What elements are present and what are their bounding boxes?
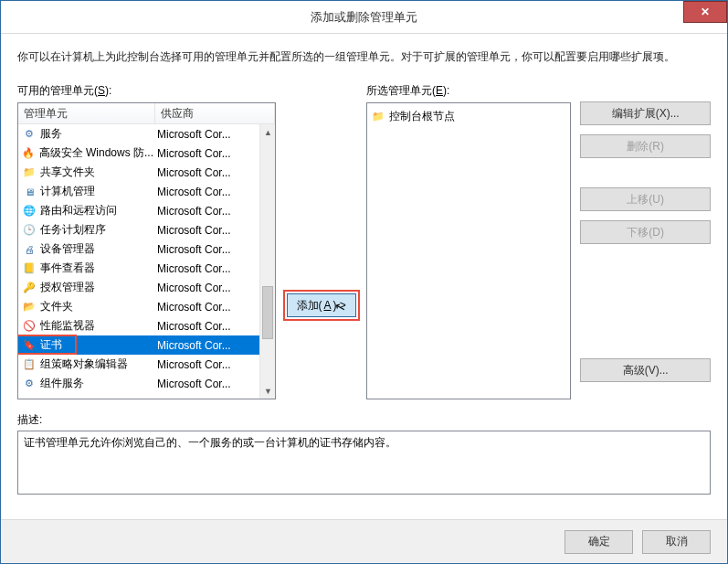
tree-root[interactable]: 📁 控制台根节点 (371, 107, 566, 125)
snapin-name: 文件夹 (40, 299, 73, 314)
selected-label: 所选管理单元(E): (366, 83, 571, 99)
list-item[interactable]: 🖨设备管理器Microsoft Cor... (18, 239, 259, 259)
snapin-icon: 🖨 (22, 242, 37, 257)
snapin-icon: 🚫 (22, 319, 37, 334)
scroll-down-icon[interactable]: ▼ (260, 383, 275, 399)
list-item[interactable]: 📋组策略对象编辑器Microsoft Cor... (18, 355, 259, 374)
snapin-vendor: Microsoft Cor... (153, 166, 259, 179)
snapin-icon: ⚙ (22, 127, 37, 142)
dialog-footer: 确定 取消 (1, 519, 727, 563)
edit-extensions-button[interactable]: 编辑扩展(X)... (580, 101, 711, 125)
snapin-vendor: Microsoft Cor... (153, 262, 259, 275)
add-button[interactable]: 添加(A) > ↖ (287, 293, 356, 317)
col-snapin[interactable]: 管理单元 (18, 103, 155, 123)
snapin-vendor: Microsoft Cor... (153, 320, 259, 333)
ok-button[interactable]: 确定 (564, 530, 633, 554)
snapin-icon: 🕒 (22, 223, 37, 238)
list-header[interactable]: 管理单元 供应商 (18, 103, 275, 124)
list-item[interactable]: 🔥高级安全 Windows 防...Microsoft Cor... (18, 144, 259, 163)
snapin-name: 路由和远程访问 (40, 203, 117, 218)
snapin-name: 计算机管理 (40, 184, 95, 199)
snapin-name: 事件查看器 (40, 261, 95, 276)
snapin-vendor: Microsoft Cor... (153, 205, 259, 218)
snapin-name: 性能监视器 (40, 318, 95, 334)
snapin-icon: 🔥 (22, 146, 36, 161)
remove-button[interactable]: 删除(R) (580, 134, 711, 158)
list-item[interactable]: 📂文件夹Microsoft Cor... (18, 297, 259, 316)
list-item[interactable]: 🔑授权管理器Microsoft Cor... (18, 278, 259, 297)
description-label: 描述: (17, 412, 711, 428)
description-text: 证书管理单元允许你浏览自己的、一个服务的或一台计算机的证书存储内容。 (24, 436, 396, 449)
console-root-icon: 📁 (371, 109, 385, 123)
snapin-name: 设备管理器 (40, 241, 95, 257)
move-down-button[interactable]: 下移(D) (580, 220, 711, 244)
list-item[interactable]: 🕒任务计划程序Microsoft Cor... (18, 220, 259, 239)
snapin-vendor: Microsoft Cor... (153, 186, 259, 198)
close-button[interactable]: ✕ (683, 1, 727, 23)
snapin-vendor: Microsoft Cor... (153, 358, 259, 371)
snapin-name: 高级安全 Windows 防... (39, 145, 153, 161)
snapin-icon: 🔑 (22, 281, 37, 295)
snapin-vendor: Microsoft Cor... (153, 282, 259, 294)
snapin-vendor: Microsoft Cor... (153, 301, 259, 314)
list-item[interactable]: ⚙服务Microsoft Cor... (18, 124, 259, 144)
snapin-name: 共享文件夹 (40, 165, 95, 180)
dialog-description: 你可以在计算机上为此控制台选择可用的管理单元并配置所选的一组管理单元。对于可扩展… (17, 48, 711, 65)
snapin-name: 组策略对象编辑器 (40, 356, 128, 372)
snapin-name: 组件服务 (40, 376, 84, 391)
snapin-name: 证书 (40, 337, 62, 353)
available-snapins-list[interactable]: 管理单元 供应商 ⚙服务Microsoft Cor...🔥高级安全 Window… (17, 102, 276, 399)
snapin-vendor: Microsoft Cor... (153, 224, 259, 237)
available-label: 可用的管理单元(S): (17, 83, 276, 99)
snapin-vendor: Microsoft Cor... (153, 339, 259, 352)
scrollbar[interactable]: ▲ ▼ (259, 124, 275, 399)
list-item[interactable]: 🖥计算机管理Microsoft Cor... (18, 182, 259, 201)
list-item[interactable]: 🌐路由和远程访问Microsoft Cor... (18, 201, 259, 220)
list-item[interactable]: 📁共享文件夹Microsoft Cor... (18, 163, 259, 182)
snapin-name: 服务 (40, 126, 62, 142)
advanced-button[interactable]: 高级(V)... (580, 358, 711, 382)
snapin-name: 任务计划程序 (40, 222, 106, 238)
scroll-up-icon[interactable]: ▲ (260, 124, 275, 140)
snapin-icon: 📒 (22, 261, 37, 276)
list-item[interactable]: 🔖证书Microsoft Cor... (18, 335, 259, 355)
scroll-track[interactable] (260, 140, 275, 383)
snapin-icon: 📁 (22, 165, 37, 180)
snapin-vendor: Microsoft Cor... (153, 243, 259, 256)
snapin-icon: 🌐 (22, 204, 37, 218)
move-up-button[interactable]: 上移(U) (580, 187, 711, 211)
list-item[interactable]: 🚫性能监视器Microsoft Cor... (18, 316, 259, 335)
selected-snapins-tree[interactable]: 📁 控制台根节点 (366, 102, 571, 399)
snapin-icon: 🔖 (22, 338, 37, 353)
titlebar: 添加或删除管理单元 ✕ (1, 1, 727, 34)
close-icon: ✕ (701, 5, 710, 18)
description-box: 证书管理单元允许你浏览自己的、一个服务的或一台计算机的证书存储内容。 (17, 431, 711, 495)
scroll-thumb[interactable] (262, 286, 273, 340)
snapin-vendor: Microsoft Cor... (153, 128, 259, 141)
list-item[interactable]: ⚙组件服务Microsoft Cor... (18, 374, 259, 393)
snapin-icon: 🖥 (22, 185, 37, 199)
list-item[interactable]: 📒事件查看器Microsoft Cor... (18, 259, 259, 278)
snapin-icon: 📋 (22, 357, 37, 372)
tree-root-label: 控制台根节点 (389, 109, 455, 124)
col-vendor[interactable]: 供应商 (155, 103, 275, 123)
window-title: 添加或删除管理单元 (311, 9, 417, 26)
snapin-vendor: Microsoft Cor... (153, 378, 259, 390)
snapin-icon: ⚙ (22, 377, 37, 391)
snapin-vendor: Microsoft Cor... (153, 147, 259, 160)
snapin-name: 授权管理器 (40, 280, 95, 295)
cancel-button[interactable]: 取消 (642, 530, 711, 554)
snapin-icon: 📂 (22, 300, 37, 314)
